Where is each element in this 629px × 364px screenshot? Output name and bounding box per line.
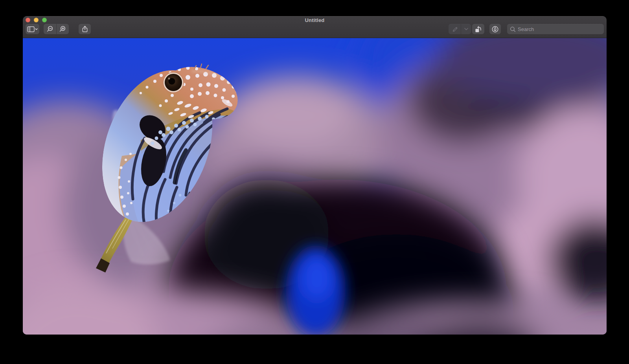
pen-nib-circle-icon — [491, 26, 499, 33]
chevron-down-icon — [35, 29, 37, 30]
pencil-icon — [451, 26, 458, 33]
magnifier-plus-icon — [59, 26, 66, 33]
sidebar-icon — [27, 26, 38, 32]
markup-toolbar-button[interactable] — [489, 24, 501, 34]
search-field[interactable] — [507, 24, 604, 34]
sidebar-toggle-button[interactable] — [26, 24, 39, 34]
zoom-in-button[interactable] — [57, 24, 69, 34]
fish-eye — [163, 72, 184, 93]
markup-pen-button[interactable] — [449, 24, 461, 34]
zoom-out-button[interactable] — [44, 24, 56, 34]
markup-pen-menu-button[interactable] — [461, 24, 471, 34]
rotate-left-button[interactable] — [472, 24, 484, 34]
rotate-left-icon — [475, 26, 482, 33]
search-icon — [510, 26, 516, 32]
titlebar-toolbar[interactable]: Untitled — [23, 16, 607, 38]
markup-pen-control — [449, 24, 471, 34]
magnifier-minus-icon — [46, 26, 53, 33]
window-title: Untitled — [23, 17, 607, 23]
photo-canvas — [23, 38, 607, 335]
chevron-down-icon — [464, 28, 468, 30]
share-icon — [82, 26, 88, 33]
zoom-buttons — [44, 24, 69, 34]
share-button[interactable] — [79, 24, 91, 34]
cave-blue-glow — [286, 246, 345, 335]
search-input[interactable] — [518, 26, 604, 32]
image-view[interactable] — [23, 38, 607, 335]
preview-window: Untitled — [23, 16, 607, 335]
